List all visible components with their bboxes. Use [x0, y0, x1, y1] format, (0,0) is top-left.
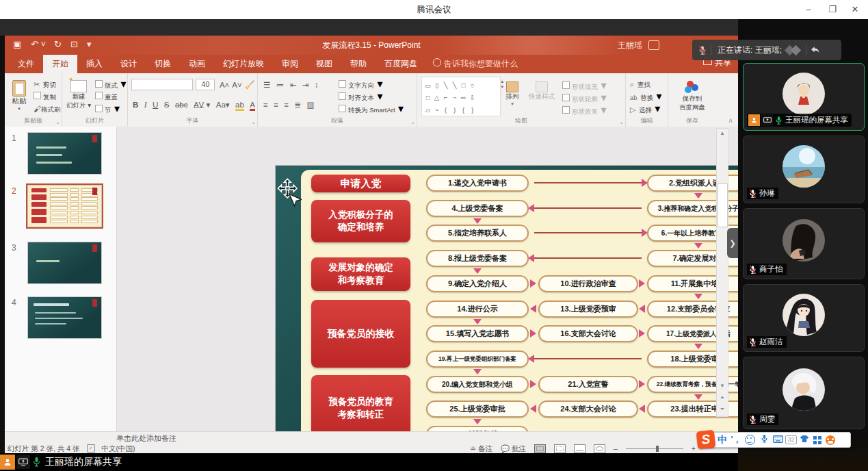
tell-me-box[interactable]: 告诉我你想要做什么 — [426, 55, 525, 73]
quick-styles-button[interactable]: 快速样式 — [525, 77, 558, 101]
tab-动画[interactable]: 动画 — [180, 55, 214, 73]
slide-thumbnail-4[interactable] — [27, 296, 102, 339]
reading-view-icon[interactable] — [574, 444, 586, 453]
flow-step-20[interactable]: 20.编入党支部和党小组 — [426, 376, 529, 393]
toolbox-grid-icon[interactable] — [813, 436, 821, 444]
tab-百度网盘[interactable]: 百度网盘 — [376, 55, 426, 73]
sidebar-expander[interactable]: ❯ — [727, 228, 738, 258]
flow-step-19[interactable]: 19.再上一级党委组织部门备案 — [426, 351, 529, 368]
shape-fill-button[interactable]: 形状填充 ▾ — [562, 79, 606, 92]
tab-开始[interactable]: 开始 — [43, 55, 77, 73]
section-button[interactable]: 节 ▾ — [95, 102, 120, 115]
tab-幻灯片放映[interactable]: 幻灯片放映 — [214, 55, 273, 73]
soft-keyboard-icon[interactable] — [772, 435, 784, 445]
flow-step-24[interactable]: 24.支部大会讨论 — [538, 400, 638, 418]
slide-sorter-icon[interactable] — [554, 444, 566, 453]
paragraph-dialog-launcher[interactable]: ⌄ — [410, 119, 415, 125]
category-box-4[interactable]: 预备党员的接收 — [311, 300, 410, 368]
shrink-font-icon[interactable]: A˅ — [232, 81, 241, 89]
underline-button[interactable]: U — [153, 101, 158, 109]
tab-插入[interactable]: 插入 — [77, 55, 111, 73]
flow-step-14[interactable]: 14.进行公示 — [426, 301, 529, 318]
layout-button[interactable]: 版式 ▾ — [95, 77, 126, 90]
close-icon[interactable]: ✕ — [843, 0, 867, 19]
input-mode-chinese[interactable]: 中 — [716, 434, 728, 446]
flow-step-4[interactable]: 4.上级党委备案 — [426, 200, 529, 217]
replace-button[interactable]: ab 替换 ▾ — [630, 90, 662, 103]
reply-arrow-icon[interactable] — [810, 45, 821, 55]
line-spacing-icon[interactable]: ↕ — [315, 81, 319, 89]
flow-step-16[interactable]: 16.支部大会讨论 — [538, 325, 638, 342]
decrease-indent-icon[interactable]: ⇤ — [290, 80, 297, 90]
minimize-icon[interactable]: – — [797, 0, 820, 19]
dict-icon[interactable]: 32 — [785, 435, 797, 444]
restore-icon[interactable]: ❐ — [821, 0, 844, 19]
spellcheck-icon[interactable]: ✓ — [87, 444, 95, 453]
italic-button[interactable]: I — [144, 101, 147, 109]
grow-font-icon[interactable]: A˄ — [220, 81, 229, 89]
sogou-face-icon[interactable] — [826, 435, 835, 445]
scroll-down-icon[interactable]: ▼ — [717, 383, 728, 389]
flow-step-2[interactable]: 2.党组织派人谈话 — [647, 175, 750, 192]
user-account-icon[interactable] — [648, 40, 659, 50]
comments-toggle[interactable]: 💬 批注 — [501, 444, 526, 453]
flow-step-23[interactable]: 23.提出转正申请 — [647, 400, 750, 418]
bold-button[interactable]: B — [133, 101, 138, 109]
format-painter-button[interactable]: 🖌格式刷 — [34, 102, 61, 114]
smartart-button[interactable]: 转换为 SmartArt ▾ — [339, 102, 404, 115]
category-box-3[interactable]: 发展对象的确定和考察教育 — [311, 257, 410, 291]
notes-toggle[interactable]: ≐ 备注 — [470, 444, 492, 453]
zoom-slider-thumb[interactable] — [656, 446, 659, 452]
font-size-input[interactable]: 40 — [196, 79, 215, 90]
shape-outline-button[interactable]: 形状轮廓 ▾ — [562, 91, 606, 104]
select-button[interactable]: ▷ 选择 ▾ — [630, 102, 660, 115]
flow-step-12[interactable]: 12.支部委员会审查 — [647, 301, 750, 318]
arrange-button[interactable]: 排列▾ — [501, 77, 524, 107]
slide-thumbnail-2[interactable] — [27, 185, 102, 227]
slide-thumbnail-3[interactable] — [27, 242, 102, 284]
next-slide-icon[interactable]: ⏷ — [717, 406, 728, 413]
flow-step-13[interactable]: 13.上级党委预审 — [538, 301, 638, 318]
copy-button[interactable]: 复制 — [34, 90, 56, 102]
flow-step-15[interactable]: 15.填写入党志愿书 — [426, 325, 529, 342]
scroll-up-icon[interactable]: ▲ — [717, 130, 728, 136]
punctuation-toggle[interactable]: '， — [730, 434, 742, 446]
slide-2-editing-area[interactable]: 申请入党入党积极分子的确定和培养发展对象的确定和考察教育预备党员的接收预备党员的… — [276, 166, 783, 452]
flow-step-3[interactable]: 3.推荐和确定入党积极分子 — [647, 200, 750, 217]
slide-thumbnail-1[interactable] — [27, 132, 102, 175]
font-dialog-launcher[interactable]: ⌄ — [251, 119, 256, 125]
find-button[interactable]: ⌕ 查找 — [630, 77, 650, 90]
font-color-icon[interactable]: A — [250, 101, 255, 111]
zoom-out-icon[interactable]: – — [614, 444, 618, 453]
voice-input-icon[interactable] — [758, 434, 770, 446]
text-direction-button[interactable]: 文字方向 ▾ — [339, 77, 382, 90]
highlight-icon[interactable]: ab — [235, 101, 244, 111]
shapes-gallery[interactable]: ▭▯╲╲□○ □△⌐¬⇨⇩ ▱~(){} — [421, 77, 501, 116]
clipboard-dialog-launcher[interactable]: ⌄ — [55, 119, 60, 125]
sogou-logo-icon[interactable]: S — [696, 430, 716, 450]
flow-step-17[interactable]: 17.上级党委派人谈话 — [647, 325, 750, 342]
emoji-picker-icon[interactable] — [745, 435, 755, 445]
align-center-icon[interactable]: ≡ — [274, 101, 278, 109]
collapse-ribbon-icon[interactable]: ˄ — [728, 117, 733, 125]
previous-slide-icon[interactable]: ⏶ — [717, 394, 728, 401]
flow-step-8[interactable]: 8.报上级党委备案 — [426, 250, 529, 267]
paste-button[interactable]: 粘贴▾ — [8, 76, 31, 112]
flow-step-22[interactable]: 22.继续教育考察，预备期满一年 — [647, 376, 750, 393]
flow-step-18[interactable]: 18.上级党委审批 — [647, 351, 750, 368]
shape-effects-button[interactable]: 形状效果 ▾ — [562, 103, 606, 116]
tab-设计[interactable]: 设计 — [111, 55, 146, 73]
zoom-in-icon[interactable]: + — [692, 444, 696, 453]
tab-文件[interactable]: 文件 — [9, 55, 43, 73]
category-box-1[interactable]: 申请入党 — [311, 175, 410, 192]
flow-step-25[interactable]: 25.上级党委审批 — [426, 400, 529, 418]
flow-step-11[interactable]: 11.开展集中培训 — [647, 275, 750, 292]
flow-step-1[interactable]: 1.递交入党申请书 — [426, 175, 529, 192]
bullets-icon[interactable]: ☰ — [263, 80, 270, 90]
participant-tile-商子怡[interactable]: 商子怡 — [743, 208, 865, 279]
change-case-icon[interactable]: Aa▾ — [216, 100, 230, 110]
participant-tile-周雯[interactable]: 周雯 — [743, 357, 865, 429]
participant-tile-王丽瑶的屏幕共享[interactable]: 王丽瑶的屏幕共享 — [743, 63, 865, 131]
language-status[interactable]: 中文(中国) — [102, 444, 135, 453]
strike-abc-icon[interactable]: abc — [175, 101, 188, 109]
